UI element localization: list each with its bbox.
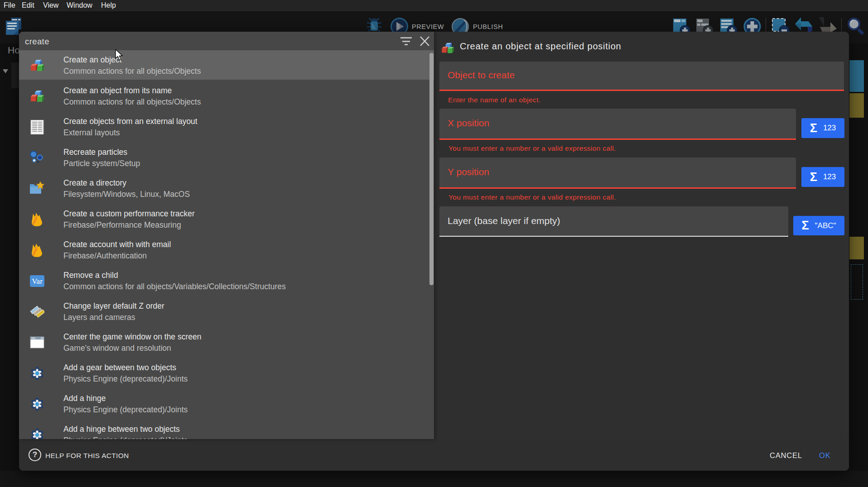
svg-text:Var: Var <box>32 277 43 286</box>
